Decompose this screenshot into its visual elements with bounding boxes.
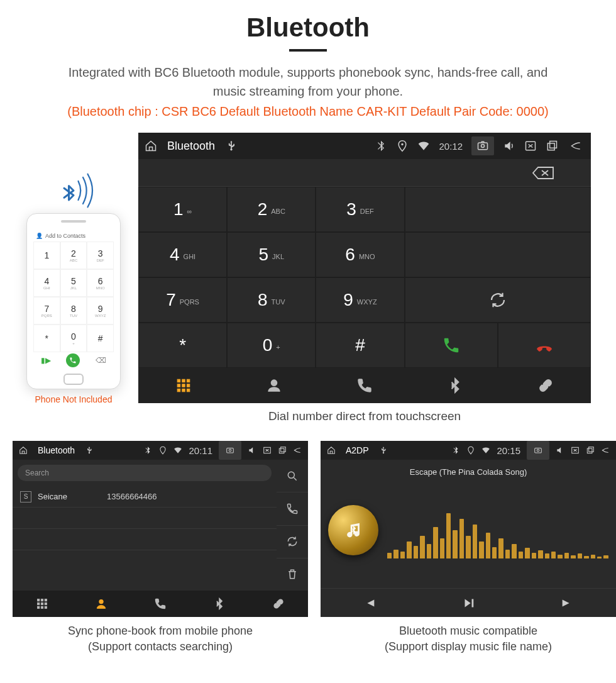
contact-name: Seicane [38, 492, 101, 501]
dial-key-6[interactable]: 6MNO [316, 232, 404, 277]
backspace-icon: ⌫ [96, 356, 106, 365]
svg-rect-26 [41, 602, 43, 604]
phone-call-button[interactable] [66, 353, 80, 367]
tab-bluetooth[interactable] [410, 368, 500, 403]
svg-point-21 [288, 472, 294, 478]
side-call-button[interactable] [277, 492, 308, 525]
status-title: A2DP [346, 445, 369, 455]
next-track-button[interactable] [517, 596, 616, 610]
tab-pair[interactable] [500, 368, 591, 403]
volume-icon[interactable] [503, 140, 515, 152]
screenshot-button[interactable] [219, 441, 241, 460]
svg-rect-4 [547, 143, 554, 150]
search-input[interactable]: Search [18, 465, 272, 481]
svg-point-17 [229, 449, 231, 452]
svg-rect-1 [478, 143, 488, 150]
close-app-icon[interactable] [524, 140, 537, 152]
tab-contacts[interactable] [229, 368, 319, 403]
dial-key-4[interactable]: 4GHI [138, 232, 227, 277]
close-app-icon[interactable] [263, 446, 272, 455]
close-app-icon[interactable] [571, 446, 580, 455]
tab-pair[interactable] [249, 591, 308, 617]
tab-keypad[interactable] [138, 368, 229, 403]
play-pause-button[interactable] [419, 596, 518, 610]
hangup-button[interactable] [498, 323, 591, 368]
back-icon[interactable] [567, 140, 585, 152]
album-art [328, 505, 378, 555]
status-title: Bluetooth [167, 140, 215, 153]
sync-contacts-button[interactable] [405, 277, 591, 323]
side-sync-button[interactable] [277, 526, 308, 558]
track-title: Escape (The Pina Colada Song) [410, 467, 527, 477]
location-icon [158, 446, 167, 455]
dial-key-0[interactable]: 0+ [227, 323, 316, 368]
contact-row[interactable]: S Seicane 13566664466 [13, 486, 277, 508]
screenshot-button[interactable] [471, 136, 494, 155]
home-icon[interactable] [145, 140, 157, 152]
tab-bluetooth[interactable] [190, 591, 249, 617]
search-placeholder: Search [25, 469, 49, 477]
svg-point-31 [99, 599, 104, 604]
tab-call-log[interactable] [131, 591, 190, 617]
contact-row [13, 508, 277, 529]
svg-rect-5 [550, 142, 557, 148]
recent-apps-icon[interactable] [278, 446, 287, 455]
call-button[interactable] [405, 323, 498, 368]
main-dialer-panel: Bluetooth 20:12 [138, 133, 591, 403]
phone-key: 1 [33, 242, 60, 269]
phone-key: # [87, 325, 114, 352]
dial-key-9[interactable]: 9WXYZ [316, 277, 404, 323]
phone-key: 0+ [60, 325, 87, 352]
side-delete-button[interactable] [277, 558, 308, 591]
location-icon [466, 446, 475, 455]
dial-key-2[interactable]: 2ABC [227, 187, 316, 232]
phone-key: 9WXYZ [87, 297, 114, 325]
recent-apps-icon[interactable] [546, 140, 558, 152]
svg-rect-36 [589, 447, 594, 452]
svg-rect-16 [227, 448, 234, 453]
status-bar: Bluetooth 20:12 [138, 133, 591, 159]
bluetooth-icon [375, 140, 387, 152]
svg-rect-10 [182, 384, 185, 387]
status-bar-music: A2DP 20:15 [321, 441, 616, 460]
screenshot-button[interactable] [527, 441, 549, 460]
tab-contacts[interactable] [72, 591, 131, 617]
dial-key-5[interactable]: 5JKL [227, 232, 316, 277]
phone-key: 6MNO [87, 269, 114, 297]
clock-time: 20:15 [497, 445, 520, 456]
dial-key-*[interactable]: * [138, 323, 227, 368]
back-icon[interactable] [601, 446, 610, 455]
svg-rect-27 [45, 602, 47, 604]
wifi-icon [481, 446, 490, 455]
recent-apps-icon[interactable] [586, 446, 595, 455]
dial-key-#[interactable]: # [316, 323, 404, 368]
volume-icon[interactable] [248, 446, 256, 455]
side-search-button[interactable] [277, 460, 308, 492]
dial-key-7[interactable]: 7PQRS [138, 277, 227, 323]
phone-key: 8TUV [60, 297, 87, 325]
contact-initial: S [20, 491, 31, 503]
wifi-icon [417, 140, 430, 152]
back-icon[interactable] [293, 446, 302, 455]
contact-number: 13566664466 [107, 492, 157, 501]
svg-rect-35 [587, 448, 592, 453]
volume-icon[interactable] [556, 446, 564, 455]
usb-icon [85, 446, 94, 455]
dial-key-empty [405, 187, 591, 232]
home-icon[interactable] [19, 446, 28, 455]
tab-keypad[interactable] [13, 591, 72, 617]
dial-key-8[interactable]: 8TUV [227, 277, 316, 323]
dial-key-1[interactable]: 1∞ [138, 187, 227, 232]
smartphone-mockup: 👤 Add to Contacts 12ABC3DEF4GHI5JKL6MNO7… [26, 213, 121, 389]
usb-icon [225, 140, 238, 152]
svg-rect-30 [45, 606, 47, 608]
home-icon[interactable] [327, 446, 336, 455]
phone-key: 7PQRS [33, 297, 60, 325]
svg-rect-32 [535, 448, 542, 453]
dial-key-3[interactable]: 3DEF [316, 187, 404, 232]
svg-rect-14 [187, 389, 189, 391]
prev-track-button[interactable] [321, 596, 419, 610]
phonebook-panel: Bluetooth 20:11 [13, 441, 308, 617]
backspace-key[interactable] [505, 159, 581, 186]
tab-call-log[interactable] [319, 368, 410, 403]
